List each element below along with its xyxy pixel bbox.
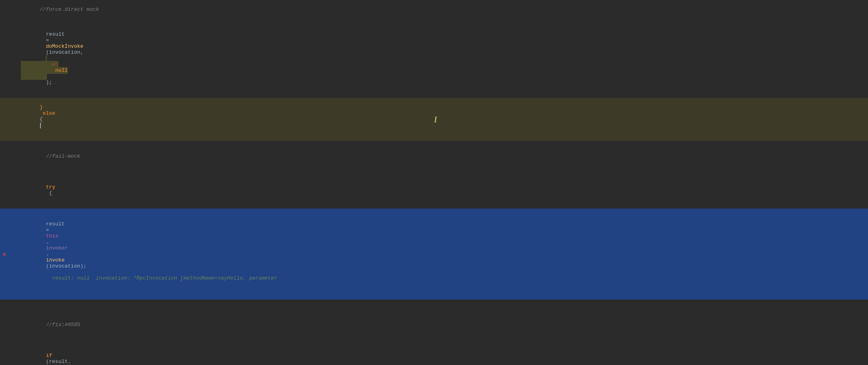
brace: { <box>46 190 52 196</box>
this-keyword: this <box>46 233 58 239</box>
null-keyword: null <box>52 67 68 73</box>
comment-text: //force.direct mock <box>40 6 99 12</box>
dot2: . <box>46 251 49 257</box>
param-name: e: <box>52 61 59 67</box>
if-condition: (result. <box>46 359 71 365</box>
open-brace: { <box>40 116 43 122</box>
line-content: //fail-mock <box>16 141 868 171</box>
code-line: //fail-mock <box>0 141 868 172</box>
dot: . <box>46 239 49 245</box>
code-line: //force.direct mock <box>0 0 868 19</box>
debug-value: result: null invocation: "RpcInvocation … <box>52 275 277 281</box>
if-kw: if <box>46 353 52 359</box>
line-content: result = this . invoker . invoke (invoca… <box>16 209 868 299</box>
line-content: //fix:#4585 <box>16 310 868 340</box>
code-line-active: ✕ result = this . invoker . invoke (invo… <box>0 209 868 300</box>
invoke-args: (invocation); <box>46 263 86 269</box>
method-name: doMockInvoke <box>46 43 83 49</box>
code-line: //fix:#4585 <box>0 309 868 340</box>
close-brace: } <box>40 104 43 110</box>
operator: = <box>46 37 52 43</box>
code-line: try { <box>0 172 868 209</box>
code-line: if (result. getException () != null && r… <box>0 340 868 365</box>
paren: (invocation, <box>46 49 86 55</box>
code-line: result = doMockInvoke (invocation, e: nu… <box>0 19 868 98</box>
error-icon: ✕ <box>2 250 6 258</box>
line-content: result = doMockInvoke (invocation, e: nu… <box>16 19 868 97</box>
field-name: invoker <box>46 245 68 251</box>
code-line-blank <box>0 300 868 309</box>
line-content: try { <box>16 172 868 208</box>
var-text: result <box>46 31 68 37</box>
try-kw: try <box>46 184 55 190</box>
code-line-else: } else { I <box>0 98 868 141</box>
comment-fail: //fail-mock <box>46 153 80 159</box>
semicolon: ); <box>46 79 52 85</box>
line-content: } else { I <box>16 98 868 140</box>
invoke-method: invoke <box>46 257 65 263</box>
cursor <box>40 123 41 128</box>
line-content: if (result. getException () != null && r… <box>16 341 868 365</box>
line-content: //force.direct mock <box>16 0 868 18</box>
result-var: result <box>46 221 68 227</box>
else-kw: else <box>40 110 59 116</box>
code-editor: //force.direct mock result = doMockInvok… <box>0 0 868 365</box>
comment-fix: //fix:#4585 <box>46 322 80 328</box>
equals: = <box>46 227 52 233</box>
